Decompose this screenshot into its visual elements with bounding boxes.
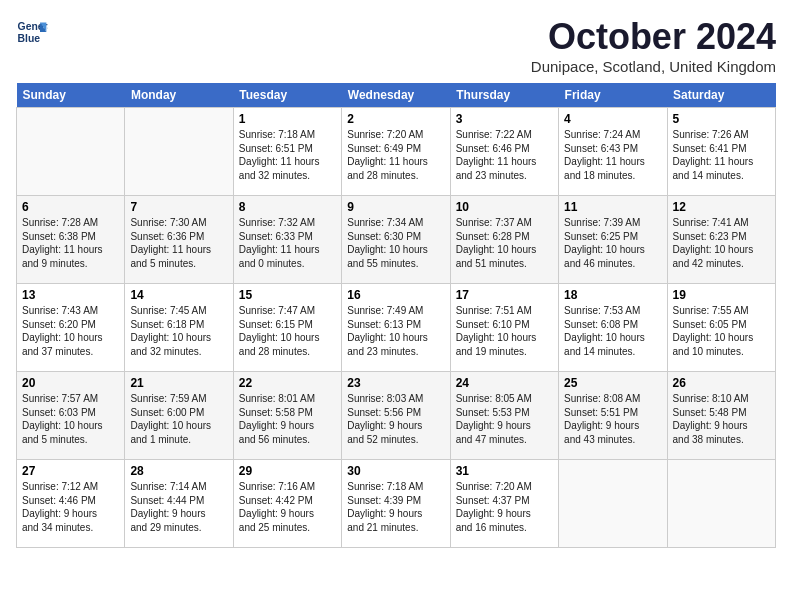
week-row-4: 20Sunrise: 7:57 AM Sunset: 6:03 PM Dayli… bbox=[17, 372, 776, 460]
day-number: 6 bbox=[22, 200, 119, 214]
day-info: Sunrise: 7:47 AM Sunset: 6:15 PM Dayligh… bbox=[239, 304, 336, 358]
week-row-5: 27Sunrise: 7:12 AM Sunset: 4:46 PM Dayli… bbox=[17, 460, 776, 548]
logo: General Blue bbox=[16, 16, 48, 48]
calendar-cell: 13Sunrise: 7:43 AM Sunset: 6:20 PM Dayli… bbox=[17, 284, 125, 372]
day-number: 29 bbox=[239, 464, 336, 478]
day-number: 25 bbox=[564, 376, 661, 390]
calendar-cell: 18Sunrise: 7:53 AM Sunset: 6:08 PM Dayli… bbox=[559, 284, 667, 372]
day-number: 17 bbox=[456, 288, 553, 302]
day-info: Sunrise: 7:49 AM Sunset: 6:13 PM Dayligh… bbox=[347, 304, 444, 358]
location: Dunipace, Scotland, United Kingdom bbox=[531, 58, 776, 75]
calendar-cell: 24Sunrise: 8:05 AM Sunset: 5:53 PM Dayli… bbox=[450, 372, 558, 460]
calendar-cell: 14Sunrise: 7:45 AM Sunset: 6:18 PM Dayli… bbox=[125, 284, 233, 372]
calendar-cell: 10Sunrise: 7:37 AM Sunset: 6:28 PM Dayli… bbox=[450, 196, 558, 284]
day-number: 11 bbox=[564, 200, 661, 214]
day-number: 13 bbox=[22, 288, 119, 302]
calendar-cell: 11Sunrise: 7:39 AM Sunset: 6:25 PM Dayli… bbox=[559, 196, 667, 284]
calendar-cell: 23Sunrise: 8:03 AM Sunset: 5:56 PM Dayli… bbox=[342, 372, 450, 460]
week-row-2: 6Sunrise: 7:28 AM Sunset: 6:38 PM Daylig… bbox=[17, 196, 776, 284]
day-info: Sunrise: 7:43 AM Sunset: 6:20 PM Dayligh… bbox=[22, 304, 119, 358]
day-number: 20 bbox=[22, 376, 119, 390]
day-number: 22 bbox=[239, 376, 336, 390]
weekday-header-sunday: Sunday bbox=[17, 83, 125, 108]
calendar-cell: 5Sunrise: 7:26 AM Sunset: 6:41 PM Daylig… bbox=[667, 108, 775, 196]
day-number: 24 bbox=[456, 376, 553, 390]
day-info: Sunrise: 7:34 AM Sunset: 6:30 PM Dayligh… bbox=[347, 216, 444, 270]
calendar-cell bbox=[667, 460, 775, 548]
calendar-cell: 28Sunrise: 7:14 AM Sunset: 4:44 PM Dayli… bbox=[125, 460, 233, 548]
day-info: Sunrise: 7:18 AM Sunset: 6:51 PM Dayligh… bbox=[239, 128, 336, 182]
day-number: 18 bbox=[564, 288, 661, 302]
calendar-cell: 15Sunrise: 7:47 AM Sunset: 6:15 PM Dayli… bbox=[233, 284, 341, 372]
day-info: Sunrise: 7:51 AM Sunset: 6:10 PM Dayligh… bbox=[456, 304, 553, 358]
day-number: 14 bbox=[130, 288, 227, 302]
day-info: Sunrise: 7:32 AM Sunset: 6:33 PM Dayligh… bbox=[239, 216, 336, 270]
week-row-3: 13Sunrise: 7:43 AM Sunset: 6:20 PM Dayli… bbox=[17, 284, 776, 372]
calendar-cell: 4Sunrise: 7:24 AM Sunset: 6:43 PM Daylig… bbox=[559, 108, 667, 196]
calendar-cell: 21Sunrise: 7:59 AM Sunset: 6:00 PM Dayli… bbox=[125, 372, 233, 460]
calendar-cell: 6Sunrise: 7:28 AM Sunset: 6:38 PM Daylig… bbox=[17, 196, 125, 284]
day-number: 28 bbox=[130, 464, 227, 478]
day-info: Sunrise: 8:01 AM Sunset: 5:58 PM Dayligh… bbox=[239, 392, 336, 446]
day-number: 4 bbox=[564, 112, 661, 126]
calendar-cell: 19Sunrise: 7:55 AM Sunset: 6:05 PM Dayli… bbox=[667, 284, 775, 372]
day-info: Sunrise: 7:41 AM Sunset: 6:23 PM Dayligh… bbox=[673, 216, 770, 270]
day-number: 23 bbox=[347, 376, 444, 390]
page-header: General Blue October 2024 Dunipace, Scot… bbox=[16, 16, 776, 75]
day-info: Sunrise: 7:22 AM Sunset: 6:46 PM Dayligh… bbox=[456, 128, 553, 182]
day-info: Sunrise: 7:18 AM Sunset: 4:39 PM Dayligh… bbox=[347, 480, 444, 534]
day-info: Sunrise: 7:12 AM Sunset: 4:46 PM Dayligh… bbox=[22, 480, 119, 534]
calendar-cell: 12Sunrise: 7:41 AM Sunset: 6:23 PM Dayli… bbox=[667, 196, 775, 284]
day-info: Sunrise: 7:39 AM Sunset: 6:25 PM Dayligh… bbox=[564, 216, 661, 270]
day-number: 12 bbox=[673, 200, 770, 214]
day-info: Sunrise: 7:53 AM Sunset: 6:08 PM Dayligh… bbox=[564, 304, 661, 358]
calendar-cell: 20Sunrise: 7:57 AM Sunset: 6:03 PM Dayli… bbox=[17, 372, 125, 460]
day-number: 8 bbox=[239, 200, 336, 214]
day-number: 5 bbox=[673, 112, 770, 126]
weekday-header-tuesday: Tuesday bbox=[233, 83, 341, 108]
calendar-cell: 1Sunrise: 7:18 AM Sunset: 6:51 PM Daylig… bbox=[233, 108, 341, 196]
day-info: Sunrise: 8:05 AM Sunset: 5:53 PM Dayligh… bbox=[456, 392, 553, 446]
calendar-cell bbox=[17, 108, 125, 196]
calendar-cell: 9Sunrise: 7:34 AM Sunset: 6:30 PM Daylig… bbox=[342, 196, 450, 284]
day-number: 30 bbox=[347, 464, 444, 478]
day-info: Sunrise: 7:30 AM Sunset: 6:36 PM Dayligh… bbox=[130, 216, 227, 270]
weekday-header-wednesday: Wednesday bbox=[342, 83, 450, 108]
day-number: 19 bbox=[673, 288, 770, 302]
weekday-header-friday: Friday bbox=[559, 83, 667, 108]
calendar-cell: 2Sunrise: 7:20 AM Sunset: 6:49 PM Daylig… bbox=[342, 108, 450, 196]
calendar-cell: 30Sunrise: 7:18 AM Sunset: 4:39 PM Dayli… bbox=[342, 460, 450, 548]
day-number: 1 bbox=[239, 112, 336, 126]
day-info: Sunrise: 7:55 AM Sunset: 6:05 PM Dayligh… bbox=[673, 304, 770, 358]
week-row-1: 1Sunrise: 7:18 AM Sunset: 6:51 PM Daylig… bbox=[17, 108, 776, 196]
weekday-header-monday: Monday bbox=[125, 83, 233, 108]
day-info: Sunrise: 7:20 AM Sunset: 6:49 PM Dayligh… bbox=[347, 128, 444, 182]
calendar-table: SundayMondayTuesdayWednesdayThursdayFrid… bbox=[16, 83, 776, 548]
day-number: 15 bbox=[239, 288, 336, 302]
weekday-header-row: SundayMondayTuesdayWednesdayThursdayFrid… bbox=[17, 83, 776, 108]
day-info: Sunrise: 7:26 AM Sunset: 6:41 PM Dayligh… bbox=[673, 128, 770, 182]
day-number: 9 bbox=[347, 200, 444, 214]
logo-icon: General Blue bbox=[16, 16, 48, 48]
calendar-cell: 31Sunrise: 7:20 AM Sunset: 4:37 PM Dayli… bbox=[450, 460, 558, 548]
day-info: Sunrise: 8:08 AM Sunset: 5:51 PM Dayligh… bbox=[564, 392, 661, 446]
day-info: Sunrise: 7:20 AM Sunset: 4:37 PM Dayligh… bbox=[456, 480, 553, 534]
calendar-cell: 26Sunrise: 8:10 AM Sunset: 5:48 PM Dayli… bbox=[667, 372, 775, 460]
calendar-cell: 7Sunrise: 7:30 AM Sunset: 6:36 PM Daylig… bbox=[125, 196, 233, 284]
calendar-body: 1Sunrise: 7:18 AM Sunset: 6:51 PM Daylig… bbox=[17, 108, 776, 548]
day-info: Sunrise: 8:03 AM Sunset: 5:56 PM Dayligh… bbox=[347, 392, 444, 446]
day-info: Sunrise: 7:37 AM Sunset: 6:28 PM Dayligh… bbox=[456, 216, 553, 270]
calendar-cell bbox=[125, 108, 233, 196]
month-title: October 2024 bbox=[531, 16, 776, 58]
day-number: 16 bbox=[347, 288, 444, 302]
day-number: 27 bbox=[22, 464, 119, 478]
day-info: Sunrise: 7:59 AM Sunset: 6:00 PM Dayligh… bbox=[130, 392, 227, 446]
day-number: 7 bbox=[130, 200, 227, 214]
weekday-header-thursday: Thursday bbox=[450, 83, 558, 108]
calendar-cell: 8Sunrise: 7:32 AM Sunset: 6:33 PM Daylig… bbox=[233, 196, 341, 284]
calendar-cell: 22Sunrise: 8:01 AM Sunset: 5:58 PM Dayli… bbox=[233, 372, 341, 460]
calendar-cell: 3Sunrise: 7:22 AM Sunset: 6:46 PM Daylig… bbox=[450, 108, 558, 196]
calendar-cell bbox=[559, 460, 667, 548]
weekday-header-saturday: Saturday bbox=[667, 83, 775, 108]
day-number: 31 bbox=[456, 464, 553, 478]
